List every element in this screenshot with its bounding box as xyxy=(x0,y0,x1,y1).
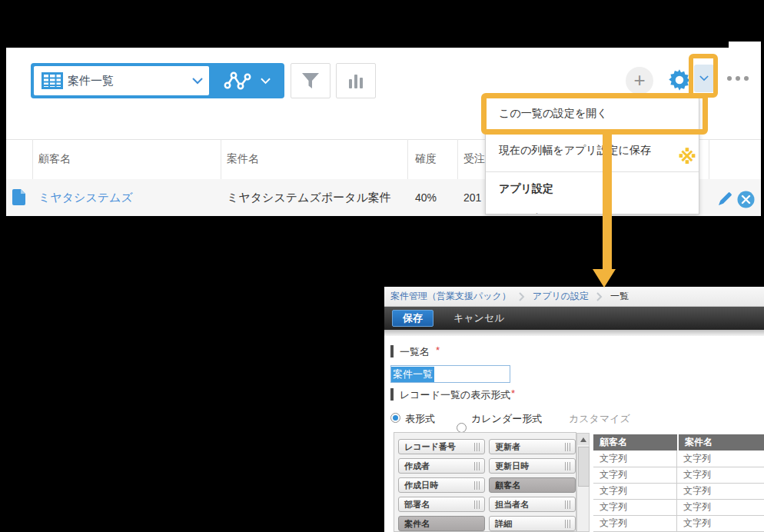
graph-button[interactable] xyxy=(336,63,376,98)
preview-row: 文字列文字列 xyxy=(593,499,764,516)
menu-item-save-column-widths[interactable]: 現在の列幅をアプリ設定に保存 xyxy=(486,130,699,171)
record-order-value: 201 xyxy=(463,179,481,216)
view-selector-label: 案件一覧 xyxy=(68,74,114,88)
record-customer-link: ミヤタシステムズ xyxy=(38,179,133,216)
settings-gear-button[interactable] xyxy=(668,68,691,95)
required-mark: * xyxy=(436,344,440,356)
field-chip-department[interactable]: 部署名 xyxy=(398,497,485,512)
chevron-down-icon xyxy=(699,75,709,81)
funnel-icon xyxy=(301,72,321,89)
gear-dropdown-menu: この一覧の設定を開く 現在の列幅をアプリ設定に保存 アプリ設定 フォーム xyxy=(485,97,699,214)
radio-table-format[interactable] xyxy=(390,413,400,423)
breadcrumb: 案件管理（営業支援パック） アプリの設定 一覧 xyxy=(384,287,764,307)
toolbar-shadow xyxy=(384,330,764,336)
field-chip-updated-by[interactable]: 更新者 xyxy=(489,439,576,454)
required-mark: * xyxy=(511,387,515,399)
chart-toggle-button[interactable] xyxy=(209,63,284,98)
display-format-label: レコード一覧の表示形式 xyxy=(400,388,510,402)
record-probability: 40% xyxy=(415,179,437,216)
drag-grip-icon xyxy=(565,443,571,451)
gear-menu-chevron-button[interactable] xyxy=(694,65,714,92)
save-button[interactable]: 保存 xyxy=(392,310,433,327)
preview-row: 文字列文字列 xyxy=(593,451,764,467)
view-selector-current[interactable]: 案件一覧 xyxy=(34,66,209,95)
radio-calendar-format-label[interactable]: カレンダー形式 xyxy=(471,412,542,426)
section-bar xyxy=(390,345,394,357)
drag-grip-icon xyxy=(565,500,571,509)
column-header-case[interactable]: 案件名 xyxy=(227,139,259,179)
preview-row: 文字列文字列 xyxy=(593,483,764,500)
delete-x-button[interactable] xyxy=(737,191,755,208)
menu-item-form[interactable]: フォーム xyxy=(486,206,699,214)
add-record-button[interactable]: + xyxy=(626,67,653,95)
drag-grip-icon xyxy=(565,520,571,528)
bar-chart-icon xyxy=(347,72,364,89)
field-chip-assignee[interactable]: 担当者名 xyxy=(489,497,576,512)
menu-section-app-settings: アプリ設定 xyxy=(486,172,699,206)
column-header-probability[interactable]: 確度 xyxy=(415,139,437,179)
field-chip-case-name-used[interactable]: 案件名 xyxy=(398,516,485,531)
list-settings-page: 案件管理（営業支援パック） アプリの設定 一覧 保存 キャンセル 一覧名 * 案… xyxy=(384,287,764,532)
scrollbar-up-arrow[interactable] xyxy=(577,434,589,445)
menu-item-open-list-settings[interactable]: この一覧の設定を開く xyxy=(486,98,699,130)
breadcrumb-app[interactable]: 案件管理（営業支援パック） xyxy=(390,290,511,303)
drag-grip-icon xyxy=(474,462,480,470)
annotation-note-mark: ※ xyxy=(678,146,696,168)
drag-grip-icon xyxy=(474,500,480,509)
annotation-arrow-line xyxy=(603,132,612,269)
chevron-down-icon xyxy=(261,78,271,85)
field-chip-detail[interactable]: 詳細 xyxy=(489,516,576,531)
list-name-value: 案件一覧 xyxy=(391,367,434,382)
list-name-input[interactable]: 案件一覧 xyxy=(390,365,510,383)
field-chip-created-at[interactable]: 作成日時 xyxy=(398,477,485,493)
cancel-button[interactable]: キャンセル xyxy=(453,311,505,325)
column-header-order[interactable]: 受注 xyxy=(463,139,485,179)
chevron-down-icon xyxy=(192,78,203,85)
breadcrumb-current: 一覧 xyxy=(610,290,629,303)
breadcrumb-separator-icon xyxy=(596,292,603,301)
field-chip-created-by[interactable]: 作成者 xyxy=(398,458,485,474)
preview-row: 文字列文字列 xyxy=(593,467,764,484)
drag-grip-icon xyxy=(474,443,480,451)
section-bar xyxy=(390,388,394,401)
radio-table-format-label[interactable]: 表形式 xyxy=(405,412,435,426)
line-chart-icon xyxy=(224,70,253,91)
annotation-arrow-head xyxy=(593,269,616,288)
screenshot-root: 案件一覧 xyxy=(0,0,764,532)
list-name-label: 一覧名 xyxy=(400,345,430,359)
gear-icon xyxy=(668,68,691,91)
record-document-icon xyxy=(12,189,25,205)
more-options-button[interactable] xyxy=(727,76,749,81)
preview-column-customer[interactable]: 顧客名 xyxy=(593,434,677,451)
radio-customize-label[interactable]: カスタマイズ xyxy=(569,412,630,426)
field-chip-updated-at[interactable]: 更新日時 xyxy=(489,458,576,474)
breadcrumb-separator-icon xyxy=(519,292,525,301)
field-chip-customer-name-used[interactable]: 顧客名 xyxy=(489,477,576,493)
edit-pencil-icon[interactable] xyxy=(718,191,732,206)
view-selector[interactable]: 案件一覧 xyxy=(31,63,284,98)
scrollbar-thumb[interactable] xyxy=(578,447,590,487)
drag-grip-icon xyxy=(474,481,480,490)
field-chip-record-number[interactable]: レコード番号 xyxy=(398,439,485,454)
filter-button[interactable] xyxy=(291,63,331,98)
record-case-name: ミヤタシステムズポータル案件 xyxy=(227,179,391,216)
drag-grip-icon xyxy=(565,462,571,470)
breadcrumb-app-settings[interactable]: アプリの設定 xyxy=(533,290,589,303)
preview-column-case[interactable]: 案件名 xyxy=(679,434,764,451)
palette-scrollbar[interactable] xyxy=(576,433,590,532)
table-view-icon xyxy=(42,72,63,89)
settings-toolbar: 保存 キャンセル xyxy=(384,307,764,330)
column-header-customer[interactable]: 顧客名 xyxy=(38,139,71,179)
preview-row: 文字列文字列 xyxy=(593,515,764,532)
